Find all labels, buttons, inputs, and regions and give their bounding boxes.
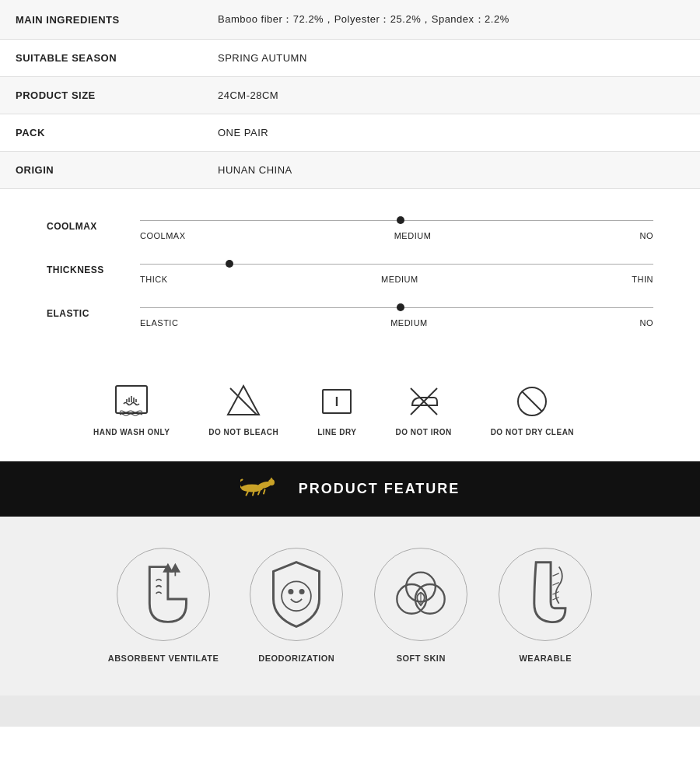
soft-skin-icon xyxy=(374,548,467,641)
scale-section: COOLMAXCOOLMAXMEDIUMNOTHICKNESSTHICKMEDI… xyxy=(0,189,700,359)
care-label: LINE DRY xyxy=(317,427,356,438)
spec-row: MAIN INGREDIENTSBamboo fiber：72.2%，Polye… xyxy=(0,0,700,40)
scale-dot-row xyxy=(140,212,653,228)
svg-line-30 xyxy=(553,583,559,586)
scale-track-label: COOLMAX xyxy=(140,231,186,240)
scale-track-label: MEDIUM xyxy=(394,231,432,240)
feature-label: WEARABLE xyxy=(519,653,572,664)
feature-item: ABSORBENT VENTILATE xyxy=(108,548,219,664)
spec-label: PRODUCT SIZE xyxy=(0,77,202,114)
spec-value: 24CM-28CM xyxy=(202,77,700,114)
care-item: DO NOT DRY CLEAN xyxy=(491,382,574,438)
spec-value: Bamboo fiber：72.2%，Polyester：25.2%，Spand… xyxy=(202,0,700,40)
spec-value: HUNAN CHINA xyxy=(202,152,700,189)
spec-value: SPRING AUTUMN xyxy=(202,40,700,77)
scale-labels-row: COOLMAXMEDIUMNO xyxy=(140,231,653,240)
care-item: DO NOT IRON xyxy=(395,382,451,438)
scale-track-label: MEDIUM xyxy=(390,318,428,328)
absorbent-icon xyxy=(117,548,210,641)
wearable-icon xyxy=(499,548,592,641)
care-item: I LINE DRY xyxy=(317,382,356,438)
svg-line-13 xyxy=(246,492,248,496)
svg-point-22 xyxy=(282,581,311,611)
scale-track-label: NO xyxy=(640,318,654,328)
scale-track-container: COOLMAXMEDIUMNO xyxy=(140,212,653,240)
feature-item: SOFT SKIN xyxy=(374,548,467,664)
scale-row: THICKNESSTHICKMEDIUMTHIN xyxy=(47,256,653,284)
scale-dot xyxy=(397,216,404,224)
bottom-gray xyxy=(0,696,700,727)
scale-label: ELASTIC xyxy=(47,308,140,319)
care-label: DO NOT IRON xyxy=(395,427,451,438)
scale-track-label: NO xyxy=(640,231,654,240)
spec-row: PRODUCT SIZE24CM-28CM xyxy=(0,77,700,114)
spec-label: MAIN INGREDIENTS xyxy=(0,0,202,40)
spec-row: ORIGINHUNAN CHINA xyxy=(0,152,700,189)
scale-track-label: THIN xyxy=(632,275,653,284)
feature-label: ABSORBENT VENTILATE xyxy=(108,653,219,664)
scale-dot xyxy=(397,303,404,311)
deodorization-icon xyxy=(250,548,343,641)
svg-line-9 xyxy=(522,391,542,412)
no-iron-icon xyxy=(404,382,443,421)
scale-track-container: ELASTICMEDIUMNO xyxy=(140,300,653,328)
feature-label: SOFT SKIN xyxy=(397,653,446,664)
svg-marker-17 xyxy=(270,478,273,480)
spec-label: SUITABLE SEASON xyxy=(0,40,202,77)
feature-banner-title: PRODUCT FEATURE xyxy=(299,481,460,497)
spec-row: SUITABLE SEASONSPRING AUTUMN xyxy=(0,40,700,77)
feature-label: DEODORIZATION xyxy=(258,653,334,664)
line-dry-icon: I xyxy=(317,382,356,421)
puma-icon xyxy=(240,475,287,503)
svg-point-24 xyxy=(300,590,304,594)
scale-label: COOLMAX xyxy=(47,221,140,232)
spec-value: ONE PAIR xyxy=(202,114,700,152)
scale-labels-row: THICKMEDIUMTHIN xyxy=(140,275,653,284)
care-section: HAND WASH ONLY DO NOT BLEACH I LINE DRY … xyxy=(0,359,700,461)
scale-label: THICKNESS xyxy=(47,265,140,275)
hand-wash-icon xyxy=(112,382,151,421)
scale-track-container: THICKMEDIUMTHIN xyxy=(140,256,653,284)
care-label: HAND WASH ONLY xyxy=(93,427,170,438)
scale-track-label: MEDIUM xyxy=(381,275,418,284)
scale-dot xyxy=(226,260,233,268)
svg-line-29 xyxy=(553,573,559,576)
svg-line-16 xyxy=(264,490,265,494)
care-label: DO NOT DRY CLEAN xyxy=(491,427,574,438)
scale-line xyxy=(140,264,653,265)
no-bleach-icon xyxy=(224,382,263,421)
scale-track-label: THICK xyxy=(140,275,168,284)
feature-banner: PRODUCT FEATURE xyxy=(0,461,700,517)
svg-text:I: I xyxy=(335,395,338,408)
scale-row: COOLMAXCOOLMAXMEDIUMNO xyxy=(47,212,653,240)
care-label: DO NOT BLEACH xyxy=(208,427,278,438)
scale-labels-row: ELASTICMEDIUMNO xyxy=(140,318,653,328)
spec-row: PACKONE PAIR xyxy=(0,114,700,152)
scale-track-label: ELASTIC xyxy=(140,318,178,328)
scale-row: ELASTICELASTICMEDIUMNO xyxy=(47,300,653,328)
spec-label: PACK xyxy=(0,114,202,152)
feature-item: DEODORIZATION xyxy=(250,548,343,664)
no-dry-clean-icon xyxy=(513,382,551,421)
scale-dot-row xyxy=(140,300,653,315)
feature-item: WEARABLE xyxy=(499,548,592,664)
svg-point-23 xyxy=(289,590,293,594)
spec-label: ORIGIN xyxy=(0,152,202,189)
scale-dot-row xyxy=(140,256,653,272)
care-item: DO NOT BLEACH xyxy=(208,382,278,438)
features-section: ABSORBENT VENTILATE DEODORIZATION SOFT S… xyxy=(0,517,700,696)
svg-marker-21 xyxy=(172,565,179,571)
care-item: HAND WASH ONLY xyxy=(93,382,170,438)
svg-point-12 xyxy=(268,479,275,485)
specs-table: MAIN INGREDIENTSBamboo fiber：72.2%，Polye… xyxy=(0,0,700,189)
